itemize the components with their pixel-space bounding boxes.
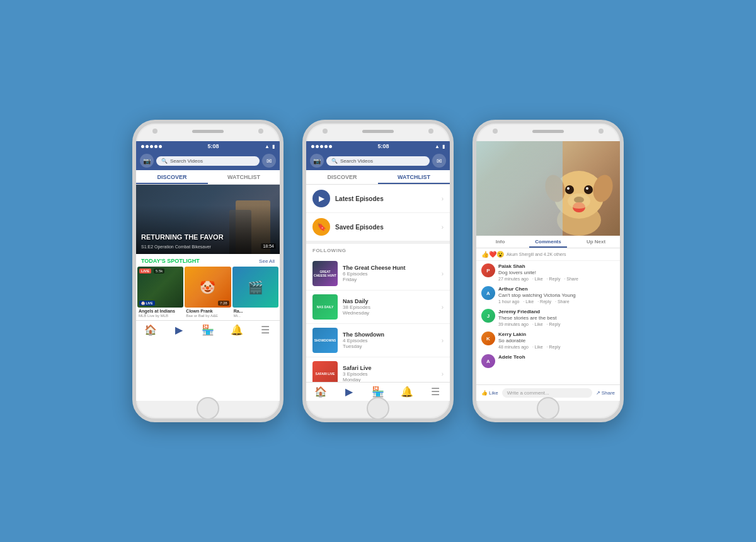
hero-title: RETURNING THE FAVOR <box>141 233 224 241</box>
comment-text-3: These stories are the best <box>498 315 615 321</box>
nav-play-1[interactable]: ▶ <box>165 324 194 336</box>
nav-play-2[interactable]: ▶ <box>335 386 364 398</box>
show-info-3: The Showdown 4 Episodes Tuesday <box>343 332 442 349</box>
signal-dots-2 <box>311 145 332 148</box>
latest-icon: ▶ <box>312 190 330 207</box>
phone-3: Info Comments Up Next 👍 ❤️ 😮 Akum Shergi… <box>472 120 624 422</box>
nav-bell-1[interactable]: 🔔 <box>222 324 251 336</box>
phone2-camera <box>428 129 433 134</box>
reactions-text: Akum Shergill and 4.2K others <box>507 252 566 257</box>
show-thumb-3: SHOWDOWNS <box>312 328 338 353</box>
video-card-1[interactable]: LIVE 5.5k ⚾ LIVE Angels at Indians MLB L… <box>137 267 183 320</box>
hero-video[interactable]: RETURNING THE FAVOR S1:E2 Operation Comb… <box>136 185 280 254</box>
search-icon-2: 🔍 <box>331 158 338 164</box>
comment-text-1: Dog lovers unite! <box>498 270 615 275</box>
phone2-screen: 5:08 ▲ ▮ 📷 🔍 Search Videos ✉ DISCOVER WA… <box>306 141 450 401</box>
share-action-2[interactable]: · Share <box>555 299 570 304</box>
reply-action-2[interactable]: · Reply <box>537 299 551 304</box>
messenger-button-2[interactable]: ✉ <box>432 154 446 168</box>
show-item-4[interactable]: SAFARI LIVE Safari Live 3 Episodes Monda… <box>306 357 450 382</box>
tab-info[interactable]: Info <box>476 236 524 248</box>
phone3-home-button[interactable] <box>537 397 559 420</box>
tab-watchlist-1[interactable]: WATCHLIST <box>208 170 280 184</box>
reply-action-3[interactable]: · Reply <box>547 322 561 326</box>
comment-body-3: Jeremy Friedland These stories are the b… <box>498 309 615 326</box>
phone2-home-button[interactable] <box>367 397 389 420</box>
nav-bell-2[interactable]: 🔔 <box>392 386 421 398</box>
hero-subtitle: S1:E2 Operation Combat Bikesaver <box>141 245 211 249</box>
comments-list: P Palak Shah Dog lovers unite! 27 minute… <box>476 261 620 384</box>
show-chevron-2: › <box>442 304 444 311</box>
tab-comments[interactable]: Comments <box>524 236 572 248</box>
comment-input[interactable]: Write a comment... <box>502 388 592 398</box>
search-bar-2[interactable]: 🔍 Search Videos <box>326 156 430 166</box>
spotlight-header: TODAY'S SPOTLIGHT See All <box>136 254 280 267</box>
mlb-logo: ⚾ LIVE <box>139 301 155 306</box>
bottom-nav-1: 🏠 ▶ 🏪 🔔 ☰ <box>136 320 280 339</box>
video-thumb-1: LIVE 5.5k ⚾ LIVE <box>137 267 183 308</box>
latest-episodes-item[interactable]: ▶ Latest Episodes › <box>306 185 450 213</box>
tab-upnext[interactable]: Up Next <box>572 236 620 248</box>
messenger-button-1[interactable]: ✉ <box>262 154 276 168</box>
like-action-3[interactable]: · Like <box>532 322 543 326</box>
share-button[interactable]: ↗ Share <box>596 390 615 396</box>
tab-discover-1[interactable]: DISCOVER <box>136 170 208 184</box>
tab-watchlist-2[interactable]: WATCHLIST <box>378 170 450 184</box>
reply-action-4[interactable]: · Reply <box>547 345 561 349</box>
avatar-4: K <box>481 332 495 345</box>
phone1-home-button[interactable] <box>197 397 219 420</box>
share-action-1[interactable]: · Share <box>564 277 578 281</box>
show-item-3[interactable]: SHOWDOWNS The Showdown 4 Episodes Tuesda… <box>306 324 450 357</box>
search-bar-1[interactable]: 🔍 Search Videos <box>156 156 260 166</box>
comment-1: P Palak Shah Dog lovers unite! 27 minute… <box>476 261 620 284</box>
show-item-1[interactable]: GREAT CHEESE HUNT The Great Cheese Hunt … <box>306 257 450 291</box>
commenter-name-5: Adele Teoh <box>498 354 615 360</box>
comment-time-4: 48 minutes ago <box>498 345 529 349</box>
nav-menu-2[interactable]: ☰ <box>421 386 450 398</box>
svg-point-4 <box>565 185 574 194</box>
like-action-1[interactable]: · Like <box>532 277 543 281</box>
camera-button-2[interactable]: 📷 <box>310 154 324 168</box>
video-source-1: MLB Live by MLB <box>137 314 183 320</box>
nav-store-1[interactable]: 🏪 <box>193 324 222 336</box>
comment-text-4: So adorable <box>498 338 615 343</box>
nav-home-1[interactable]: 🏠 <box>136 324 165 336</box>
reply-action-1[interactable]: · Reply <box>547 277 561 281</box>
tab-discover-2[interactable]: DISCOVER <box>306 170 378 184</box>
live-badge: LIVE <box>139 268 151 274</box>
search-icon-1: 🔍 <box>161 158 168 164</box>
comment-time-2: 1 hour ago <box>498 299 519 304</box>
comment-time-3: 39 minutes ago <box>498 322 529 326</box>
like-action-2[interactable]: · Like <box>523 299 534 304</box>
wifi-icon-2: ▲ <box>435 144 440 149</box>
video-thumb-2: 7:28 🤡 <box>185 267 231 308</box>
nav-home-2[interactable]: 🏠 <box>306 386 335 398</box>
like-action-4[interactable]: · Like <box>532 345 543 349</box>
avatar-2: A <box>481 286 495 300</box>
show-day-2: Wednesday <box>343 310 442 316</box>
share-label: Share <box>602 390 615 396</box>
phone-2: 5:08 ▲ ▮ 📷 🔍 Search Videos ✉ DISCOVER WA… <box>302 120 454 422</box>
comment-actions-3: 39 minutes ago · Like · Reply <box>498 322 615 326</box>
nav-menu-1[interactable]: ☰ <box>251 324 280 336</box>
nav-store-2[interactable]: 🏪 <box>364 386 392 398</box>
latest-chevron: › <box>442 195 444 202</box>
show-item-2[interactable]: NAS DAILY Nas Daily 38 Episodes Wednesda… <box>306 291 450 324</box>
show-chevron-3: › <box>442 337 444 344</box>
show-episodes-4: 3 Episodes <box>343 371 442 377</box>
like-button[interactable]: 👍 Like <box>481 390 498 396</box>
saved-episodes-item[interactable]: 🔖 Saved Episodes › <box>306 213 450 241</box>
show-episodes-3: 4 Episodes <box>343 338 442 343</box>
comment-4: K Kerry Lakin So adorable 48 minutes ago… <box>476 329 620 352</box>
signal-dots <box>141 145 162 148</box>
phone2-status-bar: 5:08 ▲ ▮ <box>306 141 450 151</box>
dog-photo <box>476 141 620 236</box>
status-time-2: 5:08 <box>378 143 389 149</box>
see-all-button[interactable]: See All <box>259 258 275 264</box>
video-card-2[interactable]: 7:28 🤡 Clown Prank Bae or Bail by A&E <box>185 267 231 320</box>
show-name-2: Nas Daily <box>343 298 442 304</box>
status-icons-2: ▲ ▮ <box>435 144 445 149</box>
video-card-3[interactable]: 🎬 Ra... Mi... <box>232 267 278 320</box>
camera-button-1[interactable]: 📷 <box>140 154 154 168</box>
views-badge: 5.5k <box>154 268 164 274</box>
